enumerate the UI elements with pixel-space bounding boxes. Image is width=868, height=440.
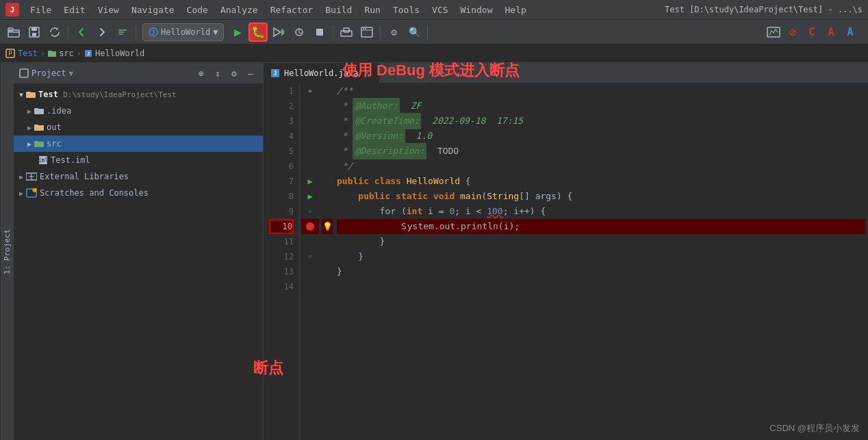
run-btn[interactable]: ▶ [228,23,247,42]
new-file-btn[interactable]: ⊕ [194,66,208,80]
forward-btn[interactable] [92,23,112,42]
search-btn[interactable]: 🔍 [405,23,424,42]
main-layout: 1: Project Project ▼ ⊕ ⇕ ⚙ — ▼ [0,63,868,440]
tree-item-ext-libs[interactable]: ▶ External Libraries [14,168,263,185]
svg-rect-12 [341,31,352,36]
menu-analyze[interactable]: Analyze [215,3,264,16]
editor-tabs: J HelloWorld.java × [264,63,868,83]
build-project-btn[interactable] [337,23,356,42]
back-btn[interactable] [72,23,91,42]
out-folder-icon [34,123,44,131]
toolbar-separator-2 [136,25,136,39]
java-file-icon: J [270,68,280,78]
project-panel-label[interactable]: 1: Project [0,63,14,440]
gutter-8-run[interactable]: ▶ [301,189,319,204]
translate-icon: A [842,24,858,40]
run-arrow-7[interactable]: ▶ [307,174,312,189]
svg-rect-24 [20,69,28,77]
panel-project-icon [19,68,29,78]
menu-navigate[interactable]: Navigate [126,3,180,16]
code-line-7: public class HelloWorld { [337,174,865,189]
breadcrumb-src[interactable]: src [59,49,74,58]
run-configuration[interactable]: J HelloWorld ▼ [142,23,224,41]
gutter-13 [301,264,319,279]
svg-rect-26 [26,92,31,94]
menu-help[interactable]: Help [500,3,532,16]
stop-btn[interactable] [310,23,329,42]
settings-btn[interactable]: ⚙ [384,23,403,42]
tree-item-idea[interactable]: ▶ .idea [14,103,263,119]
scratches-label: Scratches and Consoles [40,188,149,198]
profile-btn[interactable] [290,23,309,42]
bulb-icon-10[interactable]: 💡 [322,219,333,234]
minimize-panel-btn[interactable]: — [244,66,257,80]
tab-helloworld[interactable]: J HelloWorld.java × [264,63,379,83]
scratches-icon: ! [26,188,37,198]
menu-build[interactable]: Build [320,3,357,16]
no-icon[interactable]: ⊘ [784,24,801,40]
svg-rect-28 [34,108,38,110]
code-lines: /** * @Author: ZF * @CreateTime: 2022-09… [334,83,868,440]
menu-tools[interactable]: Tools [387,3,425,16]
menu-view[interactable]: View [92,3,125,16]
tree-item-iml[interactable]: iml Test.iml [14,152,263,168]
refresh-btn[interactable] [45,23,64,42]
tree-item-src[interactable]: ▶ src [14,135,263,152]
gutter-7-run[interactable]: ▶ [301,174,319,189]
svg-text:!: ! [34,188,36,192]
translate-a-icon: A [823,24,839,40]
chevron-right-icon-2: ▶ [27,124,31,131]
svg-rect-3 [8,28,13,31]
tree-item-scratches[interactable]: ▶ ! Scratches and Consoles [14,185,263,201]
tab-close-btn[interactable]: × [362,68,372,78]
diff-btn[interactable] [113,23,132,42]
bulb-gutter: 💡 [320,83,334,440]
svg-point-15 [363,28,364,29]
tree-item-test-root[interactable]: ▼ Test D:\study\IdeaProject\Test [14,86,263,103]
chevron-right-icon: ▶ [27,107,31,115]
project-tree: ▼ Test D:\study\IdeaProject\Test ▶ .idea… [14,83,263,440]
menu-file[interactable]: File [25,3,57,16]
perf-icon[interactable] [765,24,782,40]
tree-item-out[interactable]: ▶ out [14,119,263,135]
run-with-coverage-btn[interactable] [269,23,288,42]
svg-text:J: J [274,70,277,77]
gutter-9: ◇ [301,204,319,219]
toolbar: J HelloWorld ▼ ▶ 🐛 ⚙ 🔍 [0,19,868,44]
menu-code[interactable]: Code [181,3,214,16]
gutter-14 [301,279,319,294]
tab-label: HelloWorld.java [284,68,358,78]
run-arrow-8[interactable]: ▶ [307,189,312,204]
src-folder-icon [48,49,56,57]
gutter: ◆ ▶ ▶ ◇ [300,83,320,440]
svg-rect-11 [316,29,323,36]
save-btn[interactable] [25,23,44,42]
svg-rect-5 [31,27,37,31]
module-icon [26,90,36,99]
settings-panel-btn[interactable]: ⚙ [227,66,241,80]
menu-run[interactable]: Run [359,3,385,16]
toolbar-separator-4 [380,25,381,39]
line-numbers: 1 2 3 4 5 6 7 8 9 10 11 12 13 14 [264,83,300,440]
open-folder-btn[interactable] [4,23,23,42]
debug-btn[interactable]: 🐛 [248,23,268,42]
bookmark-icon-9: ◇ [309,204,312,219]
collapse-all-btn[interactable]: ⇕ [211,66,225,80]
menu-window[interactable]: Window [455,3,498,16]
menu-refactor[interactable]: Refactor [265,3,319,16]
chevron-right-icon-3: ▶ [27,140,31,148]
breakpoint-indicator[interactable] [306,222,314,231]
breadcrumb-file[interactable]: HelloWorld [95,49,144,58]
gutter-4 [301,129,319,144]
code-line-3: * @CreateTime: 2022-09-18 17:15 [337,114,865,129]
menu-edit[interactable]: Edit [58,3,90,16]
project-structure-btn[interactable] [357,23,376,42]
breadcrumb-test[interactable]: Test [18,49,38,58]
code-editor[interactable]: 1 2 3 4 5 6 7 8 9 10 11 12 13 14 [264,83,868,440]
toolbar-separator-1 [68,25,68,39]
gutter-10-bp[interactable] [301,219,319,234]
svg-text:J: J [10,5,15,14]
menu-vcs[interactable]: VCS [426,3,453,16]
intellij-c-icon[interactable]: C [804,24,820,40]
code-line-1: /** [337,83,865,99]
